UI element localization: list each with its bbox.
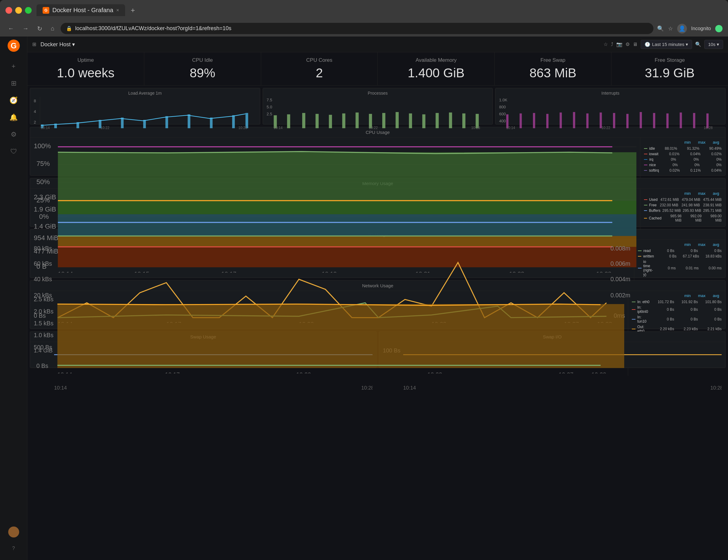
- stat-cpu-cores: CPU Cores 2: [261, 52, 378, 85]
- monitor-icon[interactable]: 🖥: [633, 42, 638, 47]
- net-in-ip6-avg: 0 Bs: [700, 307, 722, 312]
- topbar-actions: ☆ ⤴ 📷 ⚙ 🖥 🕐 Last 15 minutes ▾ 🔍 10s ▾: [604, 40, 723, 49]
- settings-icon[interactable]: ⚙: [625, 41, 630, 47]
- panel-processes-title: Processes: [267, 91, 489, 96]
- bookmark-icon[interactable]: ☆: [668, 25, 673, 32]
- cpu-nice-max: 0%: [680, 163, 700, 167]
- minimize-button[interactable]: [15, 7, 22, 14]
- panel-processes: Processes 7.5 5.0 2.5: [263, 88, 493, 124]
- net-in-tun-name: In: tun10: [637, 315, 650, 324]
- sidebar-item-add[interactable]: +: [7, 60, 20, 73]
- cpu-softirq-min: 0.02%: [661, 168, 680, 173]
- svg-rect-128: [58, 304, 624, 368]
- mem-legend-avg: avg: [713, 191, 719, 196]
- svg-rect-51: [573, 112, 575, 128]
- new-tab-button[interactable]: +: [128, 5, 138, 16]
- tab-close-button[interactable]: ×: [116, 8, 119, 13]
- stat-cpu-idle-label: CPU Idle: [150, 57, 255, 63]
- net-in-ip6-max: 0 Bs: [676, 307, 698, 312]
- mem-used-max: 479.04 MiB: [681, 198, 700, 202]
- io-iotime-max: 0.01 ms: [677, 266, 698, 270]
- io-legend-min: min: [684, 242, 691, 247]
- zoom-out-icon[interactable]: 🔍: [695, 41, 701, 47]
- incognito-label: Incognito: [691, 26, 711, 31]
- svg-rect-97: [58, 201, 636, 214]
- browser-window: G Docker Host - Grafana × + ← → ↻ ⌂ 🔒 lo…: [0, 0, 728, 560]
- mem-free-name: Free: [649, 203, 657, 207]
- browser-toolbar: ← → ↻ ⌂ 🔒 localhost:3000/d/fZULvACWz/doc…: [0, 20, 728, 37]
- svg-text:1.5 kBs: 1.5 kBs: [34, 320, 54, 327]
- home-button[interactable]: ⌂: [48, 24, 57, 33]
- svg-text:10:28: 10:28: [591, 371, 606, 373]
- time-range-label: Last 15 minutes ▾: [652, 42, 688, 47]
- refresh-picker[interactable]: 10s ▾: [704, 40, 723, 49]
- forward-button[interactable]: →: [20, 24, 31, 33]
- mem-buffers-max: 295.93 MiB: [683, 208, 701, 213]
- net-legend-in-ip6: In: ip6tnl0 0 Bs 0 Bs 0 Bs: [632, 305, 722, 314]
- svg-text:40 kBs: 40 kBs: [34, 276, 52, 282]
- maximize-button[interactable]: [25, 7, 32, 14]
- net-out-eth0-avg: 2.21 kBs: [700, 327, 722, 331]
- time-range-picker[interactable]: 🕐 Last 15 minutes ▾: [641, 40, 692, 49]
- cpu-legend-iowait: iowait 0.01% 0.04% 0.02%: [644, 151, 722, 157]
- svg-text:400: 400: [499, 118, 506, 123]
- search-icon[interactable]: 🔍: [657, 25, 664, 32]
- mem-free-color: [644, 205, 647, 205]
- sidebar-item-grid[interactable]: ⊞: [7, 77, 20, 90]
- svg-rect-32: [395, 112, 398, 128]
- mem-buffers-color: [644, 210, 647, 211]
- grafana-logo[interactable]: G: [8, 40, 20, 52]
- mem-used-min: 472.61 MiB: [660, 198, 679, 202]
- cpu-irq-name: irq: [649, 157, 653, 162]
- sidebar: G + ⊞ 🧭 🔔 ⚙ 🛡 ?: [0, 37, 27, 560]
- sidebar-item-gear[interactable]: ⚙: [7, 128, 20, 141]
- svg-text:10:14: 10:14: [274, 126, 283, 129]
- stat-cpu-idle: CPU Idle 89%: [144, 52, 261, 85]
- svg-rect-59: [680, 113, 682, 128]
- io-legend-max: max: [698, 242, 705, 247]
- stat-cpu-cores-value: 2: [267, 66, 372, 80]
- svg-text:8: 8: [34, 99, 36, 103]
- dashboard-title[interactable]: Docker Host ▾: [40, 41, 75, 48]
- mem-legend-min: min: [684, 191, 691, 196]
- sidebar-item-bell[interactable]: 🔔: [7, 111, 20, 124]
- refresh-button[interactable]: ↻: [35, 24, 45, 33]
- share-icon[interactable]: ⤴: [611, 42, 613, 47]
- topbar: ⊞ Docker Host ▾ ☆ ⤴ 📷 ⚙ 🖥 🕐 Last 15 minu…: [27, 37, 728, 52]
- mem-legend-header: min max avg: [644, 191, 722, 196]
- browser-actions: 🔍 ☆ 👤 Incognito: [657, 24, 723, 33]
- refresh-label: 10s ▾: [708, 42, 719, 47]
- net-in-tun-max: 0 Bs: [676, 317, 698, 321]
- net-in-ip6-name: In: ip6tnl0: [637, 305, 650, 314]
- svg-rect-27: [329, 115, 332, 128]
- svg-rect-24: [287, 114, 290, 128]
- clock-icon: 🕐: [645, 42, 650, 47]
- stat-uptime-label: Uptime: [33, 57, 138, 63]
- cpu-iowait-name: iowait: [649, 152, 659, 156]
- star-icon[interactable]: ☆: [604, 41, 608, 47]
- svg-text:60 kBs: 60 kBs: [34, 260, 52, 267]
- net-legend-max: max: [698, 293, 705, 298]
- back-button[interactable]: ←: [5, 24, 16, 33]
- svg-text:4: 4: [34, 109, 36, 114]
- io-read-name: read: [643, 249, 651, 253]
- svg-text:10:14: 10:14: [403, 385, 416, 390]
- svg-text:1.0 kBs: 1.0 kBs: [34, 332, 54, 338]
- address-bar[interactable]: 🔒 localhost:3000/d/fZULvACWz/docker-host…: [61, 23, 653, 34]
- sidebar-item-shield[interactable]: 🛡: [7, 145, 20, 158]
- active-tab[interactable]: G Docker Host - Grafana ×: [37, 4, 125, 16]
- svg-text:10:14: 10:14: [506, 126, 516, 129]
- user-avatar[interactable]: [8, 527, 19, 537]
- cpu-idle-max: 91.32%: [679, 146, 699, 151]
- snapshot-icon[interactable]: 📷: [616, 41, 622, 47]
- cpu-softirq-color: [644, 170, 647, 171]
- sidebar-item-compass[interactable]: 🧭: [7, 94, 20, 107]
- mem-buffers-name: Buffers: [649, 208, 660, 213]
- net-in-eth0-min: 101.72 Bs: [652, 300, 674, 304]
- svg-text:100%: 100%: [34, 142, 51, 150]
- cpu-nice-name: nice: [649, 163, 656, 167]
- stat-free-swap: Free Swap 863 MiB: [495, 52, 611, 85]
- sidebar-item-help[interactable]: ?: [7, 542, 20, 555]
- close-button[interactable]: [5, 7, 12, 14]
- cpu-idle-min: 88.01%: [657, 146, 677, 151]
